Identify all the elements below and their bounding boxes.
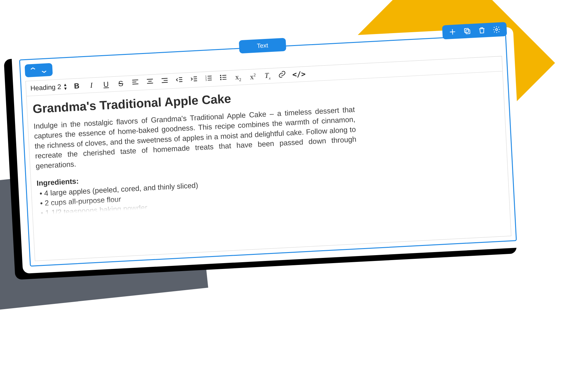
align-left-button[interactable]: [130, 78, 140, 88]
bold-button[interactable]: B: [72, 82, 81, 91]
svg-point-8: [220, 79, 222, 80]
move-up-button[interactable]: ⌃: [28, 66, 38, 75]
indent-button[interactable]: [189, 75, 199, 85]
block-type-tab[interactable]: Text: [239, 38, 286, 54]
superscript-button[interactable]: x2: [248, 72, 258, 81]
plus-icon: [448, 28, 457, 36]
add-block-button[interactable]: [448, 28, 457, 36]
strikethrough-button[interactable]: S: [116, 79, 126, 88]
settings-block-button[interactable]: [492, 25, 501, 34]
outdent-button[interactable]: [175, 75, 184, 86]
move-block-buttons: ⌃ ⌄: [24, 63, 53, 77]
move-down-button[interactable]: ⌄: [39, 66, 49, 74]
svg-point-2: [496, 29, 498, 31]
align-left-icon: [131, 78, 139, 86]
link-button[interactable]: [277, 70, 287, 80]
outdent-icon: [175, 75, 183, 84]
copy-icon: [463, 27, 471, 35]
indent-icon: [190, 75, 198, 83]
ordered-list-icon: 123: [205, 74, 213, 82]
svg-rect-0: [466, 30, 470, 34]
svg-point-7: [220, 77, 222, 78]
clear-format-button[interactable]: Tx: [263, 71, 273, 81]
rich-text-editor: Heading 2 ▴▾ B I U S: [25, 56, 511, 261]
italic-button[interactable]: I: [87, 81, 96, 90]
document-intro-paragraph: Indulge in the nostalgic flavors of Gran…: [33, 105, 357, 171]
text-block: Text ⌃ ⌄ Heading 2 ▴▾ B I U S: [19, 34, 517, 266]
align-center-icon: [146, 77, 154, 85]
align-center-button[interactable]: [145, 77, 155, 87]
trash-icon: [478, 26, 486, 34]
unordered-list-icon: [219, 73, 228, 82]
ordered-list-button[interactable]: 123: [204, 74, 214, 84]
svg-point-6: [220, 75, 221, 76]
gear-icon: [492, 25, 501, 34]
link-icon: [278, 70, 286, 79]
svg-text:3: 3: [205, 79, 207, 82]
subscript-button[interactable]: x2: [233, 73, 243, 82]
editor-content[interactable]: Grandma's Traditional Apple Cake Indulge…: [27, 71, 509, 219]
block-actions-bar: [442, 22, 507, 40]
duplicate-block-button[interactable]: [463, 27, 471, 35]
heading-select-label: Heading 2: [30, 83, 62, 92]
svg-rect-1: [464, 29, 469, 33]
delete-block-button[interactable]: [478, 26, 486, 34]
editor-card: Text ⌃ ⌄ Heading 2 ▴▾ B I U S: [11, 27, 524, 274]
heading-format-select[interactable]: Heading 2 ▴▾: [30, 82, 67, 92]
align-right-icon: [160, 76, 169, 85]
unordered-list-button[interactable]: [219, 73, 228, 84]
underline-button[interactable]: U: [101, 80, 111, 89]
align-right-button[interactable]: [160, 76, 170, 87]
sort-icon: ▴▾: [64, 82, 67, 90]
code-button[interactable]: </>: [292, 70, 302, 79]
